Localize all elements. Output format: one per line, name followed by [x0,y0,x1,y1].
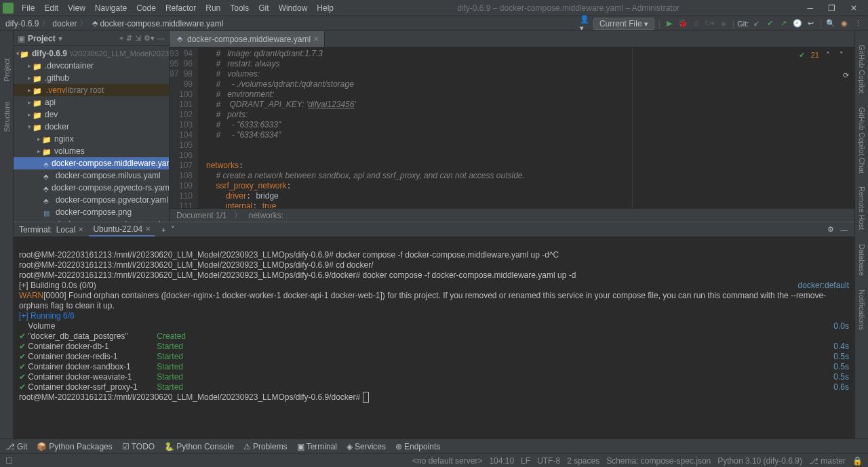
status-lock-icon[interactable]: 🔒 [852,456,863,466]
tree-folder-venv[interactable]: ▸.venv library root [14,84,169,96]
tw-todo[interactable]: ☑ TODO [122,442,155,451]
tree-folder[interactable]: ▸nginx [14,133,169,145]
terminal-settings-icon[interactable]: ⚙ [826,225,835,235]
copilot-icon[interactable]: ◉ [840,19,849,28]
crumb-folder[interactable]: docker [52,19,77,28]
close-tab-icon[interactable]: ✕ [313,35,319,43]
status-python[interactable]: Python 3.10 (dify-0.6.9) [717,456,802,466]
menu-refactor[interactable]: Refactor [161,2,200,14]
tree-folder[interactable]: ▸volumes [14,145,169,157]
editor-tab[interactable]: ⬘ docker-compose.middleware.yaml ✕ [170,31,325,47]
menu-help[interactable]: Help [313,2,338,14]
editor-breadcrumb: Document 1/1 〉 networks: [170,208,854,222]
gear-icon[interactable]: ⚙▾ [144,34,155,43]
debug-button[interactable]: 🐞 [678,19,688,28]
terminal-tab-local[interactable]: Local ✕ [52,224,88,236]
menu-run[interactable]: Run [201,2,224,14]
user-icon[interactable]: 👤▾ [580,19,589,28]
gutter-copilot[interactable]: GitHub Copilot [858,45,866,94]
git-update-icon[interactable]: ↙ [752,19,762,28]
git-push-icon[interactable]: ↗ [779,19,789,28]
nav-up-icon[interactable]: ˄ [823,50,833,60]
locate-icon[interactable]: ⌖ [119,34,123,43]
settings-icon[interactable]: ⋮ [853,19,863,28]
tw-terminal[interactable]: ▣ Terminal [297,442,337,451]
tree-root[interactable]: ▾dify-0.6.9\\20230620_LLM_Model\20230923… [14,47,169,60]
run-config-select[interactable]: Current File ▾ [593,18,654,30]
close-button[interactable]: ✕ [846,3,861,13]
menu-code[interactable]: Code [132,2,160,14]
gutter-remote[interactable]: Remote Host [858,186,866,230]
menu-file[interactable]: File [18,2,39,14]
tw-services[interactable]: ◈ Services [347,442,386,451]
terminal-body[interactable]: root@MM-202203161213:/mnt/l/20230620_LLM… [14,237,854,439]
status-linesep[interactable]: LF [521,456,530,466]
status-branch[interactable]: ⎇ master [809,456,846,466]
tree-folder[interactable]: ▸api [14,96,169,108]
status-schema[interactable]: Schema: compose-spec.json [606,456,711,466]
new-terminal-icon[interactable]: + [159,225,168,235]
terminal-pane: Terminal: Local ✕ Ubuntu-22.04 ✕ + ˅ ⚙ —… [14,222,854,439]
tab-label: docker-compose.middleware.yaml [187,35,311,44]
check-icon[interactable]: ✔ [797,50,807,60]
tree-file-selected[interactable]: docker-compose.middleware.yaml [14,157,169,169]
terminal-minimize-icon[interactable]: — [840,225,849,235]
tree-folder[interactable]: ▸.github [14,72,169,84]
collapse-icon[interactable]: ⇵ [126,34,132,43]
status-server[interactable]: <no default server> [412,456,482,466]
tw-pyconsole[interactable]: 🐍 Python Console [164,442,234,451]
menu-tools[interactable]: Tools [226,2,253,14]
menu-git[interactable]: Git [254,2,273,14]
tree-file[interactable]: docker-compose.pgvecto-rs.yaml [14,182,169,194]
menu-window[interactable]: Window [275,2,312,14]
project-tree[interactable]: ▾dify-0.6.9\\20230620_LLM_Model\20230923… [14,46,169,222]
menu-view[interactable]: View [64,2,90,14]
tree-folder-docker[interactable]: ▾docker [14,121,169,133]
tw-pypackages[interactable]: 📦 Python Packages [37,442,112,451]
status-msg[interactable]: ☐ [5,456,13,466]
terminal-tab-ubuntu[interactable]: Ubuntu-22.04 ✕ [89,223,155,237]
git-commit-icon[interactable]: ✔ [766,19,775,28]
gutter-copilot-chat[interactable]: GitHub Copilot Chat [858,107,866,174]
tree-folder[interactable]: ▸dev [14,108,169,121]
nav-down-icon[interactable]: ˅ [837,50,846,60]
crumb-root[interactable]: dify-0.6.9 [5,19,39,28]
menu-edit[interactable]: Edit [40,2,62,14]
line-gutter: 93 94 95 96 97 98 99 100 101 102 103 104… [170,47,198,208]
minimize-button[interactable]: ─ [803,3,817,13]
project-pane-title[interactable]: Project [28,34,56,43]
gutter-project[interactable]: Project [3,58,11,81]
gutter-database[interactable]: Database [858,244,866,276]
maximize-button[interactable]: ❐ [824,3,840,13]
problems-count[interactable]: 21 [811,51,819,59]
app-icon [3,3,14,14]
editor-body[interactable]: 93 94 95 96 97 98 99 100 101 102 103 104… [170,47,854,208]
crumb-file[interactable]: docker-compose.middleware.yaml [100,19,223,28]
tw-problems[interactable]: ⚠ Problems [243,442,288,451]
tree-file[interactable]: docker-compose.pgvector.yaml [14,194,169,206]
tw-git[interactable]: ⎇ Git [5,442,27,451]
gutter-notifications[interactable]: Notifications [858,289,866,330]
reload-icon[interactable]: ⟳ [841,70,850,80]
run-button[interactable]: ▶ [665,19,674,28]
project-view-icon[interactable]: ▣ [18,34,25,43]
hide-pane-icon[interactable]: — [157,34,165,43]
expand-icon[interactable]: ⇲ [135,34,141,43]
gutter-structure[interactable]: Structure [3,102,11,132]
stop-icon[interactable]: ■ [719,19,728,28]
stop-button[interactable]: ↻▾ [705,19,715,28]
tree-folder[interactable]: ▸.devcontainer [14,60,169,72]
menu-navigate[interactable]: Navigate [91,2,131,14]
status-encoding[interactable]: UTF-8 [537,456,560,466]
code-area[interactable]: # image: qdrant/qdrant:1.7.3 # restart: … [198,47,854,208]
status-indent[interactable]: 2 spaces [567,456,599,466]
git-history-icon[interactable]: 🕘 [793,19,802,28]
tree-file[interactable]: docker-compose.png [14,206,169,218]
tree-file[interactable]: docker-compose.milvus.yaml [14,169,169,182]
search-icon[interactable]: 🔍 [826,19,835,28]
status-pos[interactable]: 104:10 [489,456,514,466]
tw-endpoints[interactable]: ⊕ Endpoints [395,442,440,451]
coverage-button[interactable]: ◎ [692,19,701,28]
terminal-dropdown-icon[interactable]: ˅ [168,225,178,235]
git-rollback-icon[interactable]: ↩ [806,19,816,28]
